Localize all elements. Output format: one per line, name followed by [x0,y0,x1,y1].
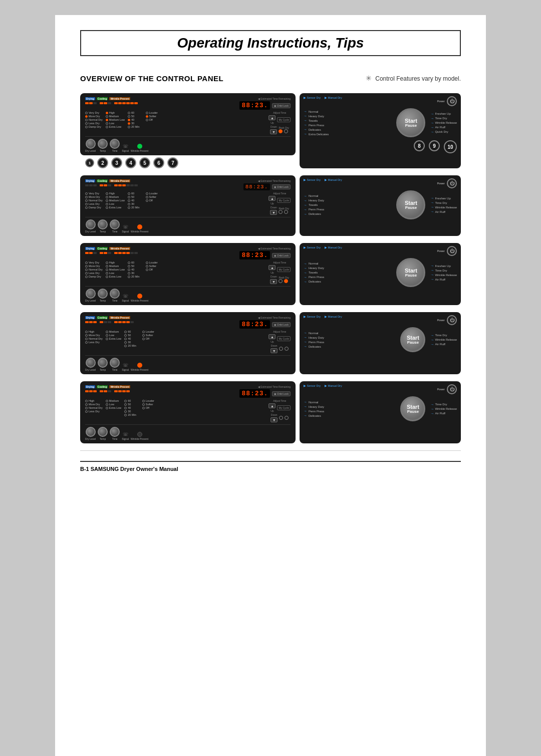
temp-knob-4[interactable]: Temp [98,358,108,371]
air-fluff-label: Air Fluff [435,126,445,129]
power-label-1: Power [437,100,445,103]
number-6: 6 [153,157,164,168]
power-btn-5[interactable]: ⏻ [447,384,457,394]
my-cycle-5[interactable]: My Cycle [277,405,291,410]
right-panel-1: ▶ Sensor Dry ▶ Manual Dry Power ⏻ →Norma… [300,93,461,168]
adjust-down-btn[interactable]: ▼ [270,129,277,134]
signal-knob-3[interactable]: ☏ Signal [122,294,129,302]
power-btn-2[interactable]: ⏻ [447,178,457,188]
time-knob-2[interactable]: Time [110,219,120,233]
wrinkle-5[interactable]: Wrinkle Prevent [131,432,148,440]
wrinkle-4[interactable]: Wrinkle Prevent [131,363,148,371]
time-4: 60 50 40 30 20 Min [124,330,136,353]
time-knob-3[interactable]: Time [110,289,120,302]
child-lock-btn[interactable]: ◉ Child Lock [272,103,291,108]
footer: B-1 SAMSUNG Dryer Owner's Manual [80,461,461,472]
sensor-dry-5: ▶ Sensor Dry [304,384,321,394]
adj-up-3[interactable]: ▲ [268,265,276,270]
time-knob-4[interactable]: Time [110,358,120,371]
power-btn-3[interactable]: ⏻ [447,246,457,256]
number-4: 4 [125,157,136,168]
start-pause-btn-1[interactable]: Start Pause [396,108,425,137]
start-pause-btn-3[interactable]: Start Pause [396,258,425,287]
my-cycle-4[interactable]: My Cycle [277,336,291,341]
my-cycle-3[interactable]: My Cycle [277,267,291,272]
power-btn-4[interactable]: ⏻ [447,315,457,325]
signal-4: Louder Softer Off [142,330,154,353]
rack-dry-circle-2 [284,129,288,133]
start-pause-btn-4[interactable]: Start Pause [400,327,425,352]
rack-dry-3-2 [284,279,288,283]
child-lock-2[interactable]: ◉ Child Lock [272,184,291,189]
temp-2: High Medium Medium Low Low Extra Low [106,192,125,215]
rack-dry-4-2 [285,347,289,351]
signal-control[interactable]: ☏ Signal [122,144,129,152]
rack-dry-2-2 [284,210,288,214]
temp-5: Medium Low Extra Low [106,399,121,422]
dry-level-5: High More Dry Normal Dry Less Dry [85,399,103,422]
dry-level-knob-5[interactable]: Dry Level [85,427,96,440]
dry-level-knob-4[interactable]: Dry Level [85,358,96,371]
manual-dry-label: ▶ Manual Dry [325,96,342,106]
time-knob-5[interactable]: Time [110,427,120,440]
power-button-1[interactable]: ⏻ [447,96,457,106]
adj-up-2[interactable]: ▲ [268,196,276,201]
signal-knob-5[interactable]: ☏ Signal [122,432,129,440]
left-panel-3: Drying Cooling Wrinkle Prevent [80,243,296,305]
number-8: 8 [414,140,425,151]
adj-up-5[interactable]: ▲ [268,403,276,408]
dry-level-knob-3[interactable]: Dry Level [85,289,96,302]
child-lock-5[interactable]: ◉ Child Lock [272,391,291,396]
rack-dry-2-1 [279,210,283,214]
adjust-time-4: Adjust Time ▲ Up My Cycle Down ▼ [268,330,291,353]
cycle-list-4: →Normal →Heavy Duty →Perm Press →Delicat… [304,331,397,348]
adj-dn-3[interactable]: ▼ [270,279,277,284]
wrinkle-prevent-control[interactable]: Wrinkle Prevent [131,144,148,152]
adj-dn-2[interactable]: ▼ [270,210,277,215]
wrinkle-3[interactable]: Wrinkle Prevent [131,294,148,302]
cycle-list-1: →Normal →Heavy Duty →Towels →Perm Press … [304,110,393,136]
power-label-2: Power [437,182,445,185]
temp-knob-3[interactable]: Temp [98,289,108,302]
time-dry-label-1: Time Dry [435,117,447,120]
sensor-dry-4: ▶ Sensor Dry [304,315,321,325]
start-pause-btn-5[interactable]: Start Pause [400,396,425,421]
left-panel-4: Drying Cooling Wrinkle Prevent [80,312,296,374]
number-9: 9 [429,140,440,151]
dry-level-knob[interactable]: Dry Level [85,139,96,152]
panel-row-2: Drying Cooling Wrinkle Prevent [80,175,461,236]
temp-knob[interactable]: Temp [98,139,108,152]
panel-row-3: Drying Cooling Wrinkle Prevent [80,243,461,305]
number-5: 5 [139,157,150,168]
signal-knob-2[interactable]: ☏ Signal [122,224,129,233]
time-3: 60 50 40 30 20 Min [128,261,140,284]
temp-knob-2[interactable]: Temp [98,219,108,233]
wrinkle-2[interactable]: Wrinkle Prevent [131,224,148,233]
adj-dn-4[interactable]: ▼ [270,348,278,353]
power-label-3: Power [437,249,445,253]
child-lock-4[interactable]: ◉ Child Lock [272,322,291,327]
adjust-up-btn[interactable]: ▲ [268,115,276,120]
my-cycle-btn[interactable]: My Cycle [277,117,291,122]
time-knob[interactable]: Time [110,139,120,152]
manual-dry-3: ▶ Manual Dry [325,246,342,256]
number-10: 10 [444,140,457,153]
right-panel-2: ▶ Sensor Dry ▶ Manual Dry Power ⏻ →Norma… [300,175,461,236]
start-pause-btn-2[interactable]: Start Pause [396,190,425,219]
panel-row-5: Drying Cooling Wrinkle Prevent [80,381,461,443]
adj-dn-5[interactable]: ▼ [270,417,278,422]
panel-row-4: Drying Cooling Wrinkle Prevent [80,312,461,374]
rack-dry-5-1 [279,416,283,420]
dry-level-knob-2[interactable]: Dry Level [85,219,96,233]
adj-up-4[interactable]: ▲ [268,334,276,339]
child-lock-3[interactable]: ◉ Child Lock [272,253,291,258]
temp-knob-5[interactable]: Temp [98,427,108,440]
time-5: 60 50 40 30 20 Min [124,399,136,422]
number-7: 7 [167,157,178,168]
adjust-time-5: Adjust Time ▲ Up My Cycle Down ▼ [268,399,291,422]
number-2: 2 [97,157,108,168]
signal-2: Louder Softer Off [146,192,158,215]
signal-knob-4[interactable]: ☏ Signal [122,363,129,371]
my-cycle-2[interactable]: My Cycle [277,198,291,203]
rack-dry-5-2 [285,416,289,420]
